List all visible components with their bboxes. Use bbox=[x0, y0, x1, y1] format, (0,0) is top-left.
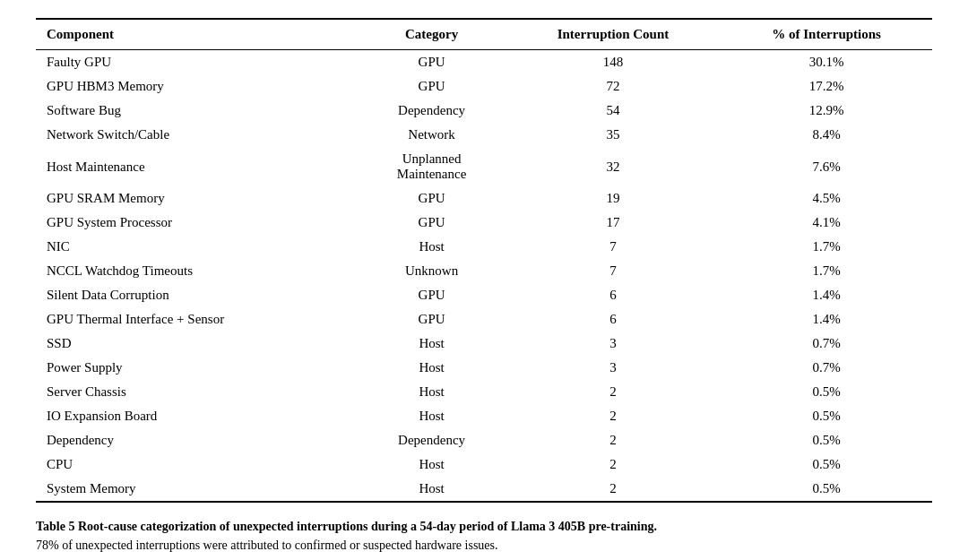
table-caption: Table 5 Root-cause categorization of une… bbox=[36, 517, 932, 555]
header-percent: % of Interruptions bbox=[721, 19, 932, 50]
cell-category: Host bbox=[358, 404, 505, 428]
table-row: Silent Data CorruptionGPU61.4% bbox=[36, 283, 932, 307]
table-row: GPU HBM3 MemoryGPU7217.2% bbox=[36, 74, 932, 99]
cell-category: Host bbox=[358, 477, 505, 502]
interruptions-table: Component Category Interruption Count % … bbox=[36, 18, 932, 503]
cell-category: GPU bbox=[358, 74, 505, 99]
cell-count: 7 bbox=[506, 235, 722, 259]
cell-percent: 0.5% bbox=[721, 428, 932, 452]
cell-percent: 4.1% bbox=[721, 211, 932, 235]
table-row: CPUHost20.5% bbox=[36, 452, 932, 477]
cell-component: Host Maintenance bbox=[36, 147, 358, 186]
cell-count: 2 bbox=[506, 428, 722, 452]
cell-category: Network bbox=[358, 123, 505, 147]
table-row: SSDHost30.7% bbox=[36, 332, 932, 356]
table-row: NCCL Watchdog TimeoutsUnknown71.7% bbox=[36, 259, 932, 283]
cell-category: UnplannedMaintenance bbox=[358, 147, 505, 186]
cell-percent: 30.1% bbox=[721, 50, 932, 75]
header-component: Component bbox=[36, 19, 358, 50]
cell-percent: 0.5% bbox=[721, 452, 932, 477]
cell-percent: 4.5% bbox=[721, 186, 932, 211]
cell-count: 2 bbox=[506, 477, 722, 502]
cell-category: GPU bbox=[358, 307, 505, 332]
table-container: Component Category Interruption Count % … bbox=[36, 18, 932, 555]
cell-percent: 1.7% bbox=[721, 259, 932, 283]
table-row: Host MaintenanceUnplannedMaintenance327.… bbox=[36, 147, 932, 186]
cell-component: SSD bbox=[36, 332, 358, 356]
table-row: GPU System ProcessorGPU174.1% bbox=[36, 211, 932, 235]
cell-category: Host bbox=[358, 332, 505, 356]
cell-percent: 1.4% bbox=[721, 307, 932, 332]
cell-component: Network Switch/Cable bbox=[36, 123, 358, 147]
cell-category: GPU bbox=[358, 50, 505, 75]
cell-percent: 7.6% bbox=[721, 147, 932, 186]
cell-component: Power Supply bbox=[36, 356, 358, 380]
cell-component: GPU HBM3 Memory bbox=[36, 74, 358, 99]
cell-count: 17 bbox=[506, 211, 722, 235]
cell-component: Faulty GPU bbox=[36, 50, 358, 75]
caption-bold-text: Table 5 Root-cause categorization of une… bbox=[36, 520, 657, 533]
cell-component: Dependency bbox=[36, 428, 358, 452]
table-row: System MemoryHost20.5% bbox=[36, 477, 932, 502]
cell-component: CPU bbox=[36, 452, 358, 477]
cell-percent: 0.5% bbox=[721, 404, 932, 428]
cell-category: Dependency bbox=[358, 428, 505, 452]
cell-component: GPU Thermal Interface + Sensor bbox=[36, 307, 358, 332]
cell-count: 35 bbox=[506, 123, 722, 147]
cell-count: 3 bbox=[506, 356, 722, 380]
cell-component: System Memory bbox=[36, 477, 358, 502]
cell-count: 6 bbox=[506, 283, 722, 307]
cell-component: NIC bbox=[36, 235, 358, 259]
cell-category: Host bbox=[358, 380, 505, 404]
table-row: Power SupplyHost30.7% bbox=[36, 356, 932, 380]
cell-component: NCCL Watchdog Timeouts bbox=[36, 259, 358, 283]
cell-percent: 17.2% bbox=[721, 74, 932, 99]
table-row: IO Expansion BoardHost20.5% bbox=[36, 404, 932, 428]
cell-count: 72 bbox=[506, 74, 722, 99]
cell-count: 7 bbox=[506, 259, 722, 283]
header-count: Interruption Count bbox=[506, 19, 722, 50]
cell-percent: 0.5% bbox=[721, 477, 932, 502]
table-row: Network Switch/CableNetwork358.4% bbox=[36, 123, 932, 147]
cell-percent: 8.4% bbox=[721, 123, 932, 147]
cell-count: 32 bbox=[506, 147, 722, 186]
table-header-row: Component Category Interruption Count % … bbox=[36, 19, 932, 50]
cell-component: IO Expansion Board bbox=[36, 404, 358, 428]
cell-component: Software Bug bbox=[36, 99, 358, 123]
cell-category: GPU bbox=[358, 283, 505, 307]
table-row: GPU SRAM MemoryGPU194.5% bbox=[36, 186, 932, 211]
cell-component: GPU SRAM Memory bbox=[36, 186, 358, 211]
cell-percent: 0.5% bbox=[721, 380, 932, 404]
cell-component: Silent Data Corruption bbox=[36, 283, 358, 307]
table-row: GPU Thermal Interface + SensorGPU61.4% bbox=[36, 307, 932, 332]
cell-percent: 1.4% bbox=[721, 283, 932, 307]
cell-percent: 0.7% bbox=[721, 356, 932, 380]
table-row: Server ChassisHost20.5% bbox=[36, 380, 932, 404]
cell-count: 3 bbox=[506, 332, 722, 356]
cell-count: 6 bbox=[506, 307, 722, 332]
cell-count: 2 bbox=[506, 380, 722, 404]
cell-category: Host bbox=[358, 235, 505, 259]
cell-percent: 1.7% bbox=[721, 235, 932, 259]
cell-category: Dependency bbox=[358, 99, 505, 123]
cell-percent: 0.7% bbox=[721, 332, 932, 356]
header-category: Category bbox=[358, 19, 505, 50]
cell-category: GPU bbox=[358, 211, 505, 235]
cell-percent: 12.9% bbox=[721, 99, 932, 123]
caption-normal-text: 78% of unexpected interruptions were att… bbox=[36, 538, 498, 552]
cell-category: Unknown bbox=[358, 259, 505, 283]
cell-count: 54 bbox=[506, 99, 722, 123]
cell-count: 148 bbox=[506, 50, 722, 75]
cell-component: Server Chassis bbox=[36, 380, 358, 404]
cell-category: Host bbox=[358, 356, 505, 380]
table-row: Faulty GPUGPU14830.1% bbox=[36, 50, 932, 75]
table-row: NICHost71.7% bbox=[36, 235, 932, 259]
cell-count: 2 bbox=[506, 452, 722, 477]
table-row: Software BugDependency5412.9% bbox=[36, 99, 932, 123]
cell-component: GPU System Processor bbox=[36, 211, 358, 235]
cell-count: 2 bbox=[506, 404, 722, 428]
cell-category: Host bbox=[358, 452, 505, 477]
table-row: DependencyDependency20.5% bbox=[36, 428, 932, 452]
cell-category: GPU bbox=[358, 186, 505, 211]
cell-count: 19 bbox=[506, 186, 722, 211]
